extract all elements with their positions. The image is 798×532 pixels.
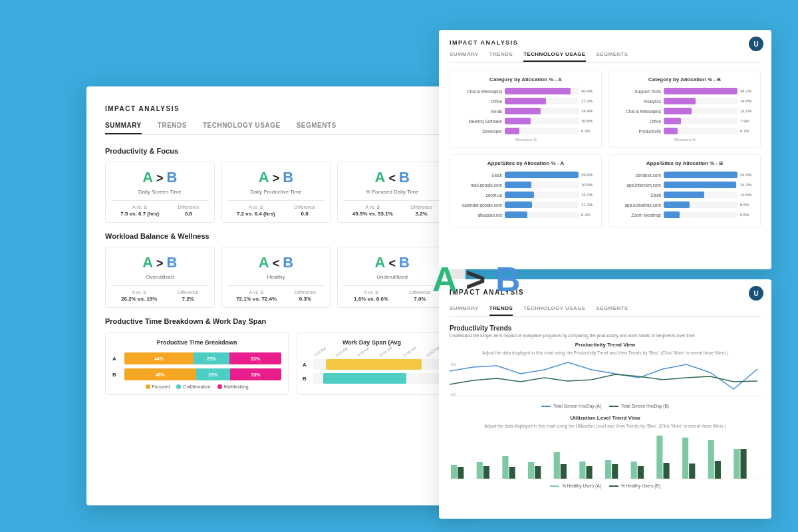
svg-rect-7 bbox=[502, 456, 508, 479]
tab-segments[interactable]: SEGMENTS bbox=[297, 122, 336, 134]
bar-label-a: A bbox=[112, 356, 120, 362]
bar-segments-b: 46% 22% 33% bbox=[124, 368, 281, 380]
bar-seg-b-collab: 22% bbox=[196, 368, 230, 380]
metric-card-screen-time: A > B Daily Screen Time A vs. B 7.5 vs. … bbox=[105, 162, 215, 223]
productive-bar-chart: Productive Time Breakdown A 44% 23% 33% … bbox=[105, 332, 289, 395]
metric-card-focused-time: A < B % Focused Daily Time A vs. B 49.9%… bbox=[337, 162, 447, 223]
bar-seg-b-multi: 33% bbox=[230, 368, 281, 380]
tech-panel-title: IMPACT ANALYSIS bbox=[450, 39, 761, 46]
overlay-b-letter: B bbox=[495, 260, 521, 299]
tech-tab-segments[interactable]: SEGMENTS bbox=[597, 51, 628, 62]
productivity-trend-section: Productivity Trend View Adjust the data … bbox=[450, 342, 761, 408]
productivity-trend-svg: 9.8 5.6 bbox=[450, 359, 761, 399]
legend-focused: Focused bbox=[146, 384, 170, 389]
tech-tab-technology[interactable]: TECHNOLOGY USAGE bbox=[523, 51, 585, 62]
util-legend-text-a: % Healthy Users (A) bbox=[562, 483, 601, 488]
metric-stats-healthy: A vs. B 72.1% vs. 72.4% Difference 0.3% bbox=[227, 285, 325, 302]
section-productive-breakdown-title: Productive Time Breakdown & Work Day Spa… bbox=[105, 317, 447, 325]
svg-rect-5 bbox=[477, 462, 483, 479]
svg-text:9.8: 9.8 bbox=[451, 362, 456, 366]
comparison-underutilized: A < B bbox=[343, 254, 441, 271]
trends-tabs: SUMMARY TRENDS TECHNOLOGY USAGE SEGMENTS bbox=[450, 305, 761, 317]
trends-user-avatar[interactable]: U bbox=[749, 286, 763, 301]
metric-label-underutilized: Underutilized bbox=[343, 274, 441, 280]
tab-summary[interactable]: SUMMARY bbox=[105, 122, 142, 134]
comparison-overutilized: A > B bbox=[111, 254, 209, 271]
workday-bar-wrap-a bbox=[313, 359, 441, 370]
bar-row-b: B 46% 22% 33% bbox=[112, 368, 281, 380]
category-chart-a: Category by Allocation % - A Chat & Mess… bbox=[450, 70, 602, 148]
metric-card-underutilized: A < B Underutilized A vs. B 1.6% vs. 8.6… bbox=[337, 247, 447, 308]
legend-text-a: Total Screen Hrs/Day (A) bbox=[553, 404, 601, 408]
trends-tab-trends[interactable]: TRENDS bbox=[489, 305, 513, 316]
trends-tab-segments[interactable]: SEGMENTS bbox=[597, 305, 628, 316]
util-legend-line-b bbox=[609, 485, 618, 487]
main-tabs: SUMMARY TRENDS TECHNOLOGY USAGE SEGMENTS bbox=[105, 122, 447, 135]
metric-card-overutilized: A > B Overutilized A vs. B 26.2% vs. 19%… bbox=[105, 247, 215, 308]
ab-compare-overlay: A > B bbox=[432, 259, 520, 299]
main-panel-title: IMPACT ANALYSIS bbox=[105, 105, 447, 112]
comparison-healthy: A < B bbox=[227, 254, 325, 271]
svg-rect-18 bbox=[638, 466, 644, 479]
svg-rect-21 bbox=[682, 438, 688, 479]
legend-line-b bbox=[609, 406, 618, 407]
tech-user-avatar[interactable]: U bbox=[749, 37, 763, 51]
bar-seg-b-focused: 46% bbox=[124, 368, 196, 380]
svg-rect-22 bbox=[689, 464, 695, 479]
svg-rect-8 bbox=[509, 467, 515, 479]
bar-seg-a-focused: 44% bbox=[124, 352, 194, 364]
tab-technology[interactable]: TECHNOLOGY USAGE bbox=[203, 122, 281, 134]
overlay-a-letter: A bbox=[432, 260, 456, 299]
workday-bar-a bbox=[326, 359, 422, 370]
trends-panel: U IMPACT ANALYSIS SUMMARY TRENDS TECHNOL… bbox=[439, 279, 771, 519]
cat-bar-office-b: Office 7.9% bbox=[614, 118, 755, 124]
metric-label-productive-time: Daily Productive Time bbox=[227, 189, 325, 195]
svg-rect-10 bbox=[535, 466, 541, 479]
svg-rect-9 bbox=[528, 462, 534, 479]
metric-stats-underutilized: A vs. B 1.6% vs. 8.6% Difference 7.0% bbox=[343, 285, 441, 302]
cat-bar-support-b: Support Tools 34.1% bbox=[614, 88, 755, 94]
legend-label-multi: Multitasking bbox=[224, 384, 249, 389]
svg-rect-4 bbox=[458, 467, 464, 479]
svg-rect-14 bbox=[587, 466, 593, 479]
tech-tabs: SUMMARY TRENDS TECHNOLOGY USAGE SEGMENTS bbox=[450, 51, 761, 63]
productive-section: Productive Time Breakdown A 44% 23% 33% … bbox=[105, 332, 447, 395]
workday-bar-wrap-b bbox=[313, 373, 441, 384]
cat-bar-email-a: Email 14.9% bbox=[456, 108, 596, 114]
workload-metrics-row: A > B Overutilized A vs. B 26.2% vs. 19%… bbox=[105, 247, 447, 308]
svg-text:5.6: 5.6 bbox=[451, 392, 456, 396]
svg-rect-19 bbox=[656, 436, 662, 479]
trends-tab-summary[interactable]: SUMMARY bbox=[450, 305, 479, 316]
metric-stats-productive-time: A vs. B 7.2 vs. 6.4 (hrs) Difference 0.8 bbox=[227, 200, 325, 217]
metric-stats-screen-time: A vs. B 7.5 vs. 6.7 (hrs) Difference 0.8 bbox=[111, 200, 209, 217]
workday-row-a: A bbox=[303, 359, 441, 370]
productivity-metrics-row: A > B Daily Screen Time A vs. B 7.5 vs. … bbox=[105, 162, 447, 223]
metric-label-healthy: Healthy bbox=[227, 274, 325, 280]
svg-rect-17 bbox=[631, 462, 637, 479]
trends-tab-technology[interactable]: TECHNOLOGY USAGE bbox=[523, 305, 585, 316]
utilization-trend-section: Utilization Level Trend View Adjust the … bbox=[450, 415, 761, 488]
tech-charts-grid: Category by Allocation % - A Chat & Mess… bbox=[450, 70, 761, 227]
metric-stats-focused-time: A vs. B 49.9% vs. 53.1% Difference 3.2% bbox=[343, 200, 441, 217]
bar-seg-a-collab: 23% bbox=[194, 352, 229, 364]
bar-row-a: A 44% 23% 33% bbox=[112, 352, 281, 364]
svg-rect-3 bbox=[451, 465, 457, 479]
tab-trends[interactable]: TRENDS bbox=[158, 122, 187, 134]
legend-multi: Multitasking bbox=[217, 384, 249, 389]
svg-rect-20 bbox=[663, 463, 669, 479]
workday-bar-b bbox=[323, 373, 406, 384]
tech-tab-trends[interactable]: TRENDS bbox=[489, 51, 513, 62]
trends-subtitle: Understand the longer-term impact of wor… bbox=[450, 333, 761, 338]
productivity-trend-sublabel: Adjust the data displayed in this chart … bbox=[450, 350, 761, 355]
metric-card-productive-time: A > B Daily Productive Time A vs. B 7.2 … bbox=[221, 162, 331, 223]
metric-label-screen-time: Daily Screen Time bbox=[111, 189, 209, 195]
category-chart-a-title: Category by Allocation % - A bbox=[456, 76, 596, 82]
metric-card-healthy: A < B Healthy A vs. B 72.1% vs. 72.4% Di… bbox=[221, 247, 331, 308]
main-panel: IMPACT ANALYSIS SUMMARY TRENDS TECHNOLOG… bbox=[86, 86, 466, 505]
bar-chart-legend: Focused Collaboration Multitasking bbox=[112, 384, 281, 389]
tech-tab-summary[interactable]: SUMMARY bbox=[450, 51, 479, 62]
bar-chart-title: Productive Time Breakdown bbox=[112, 339, 281, 346]
utilization-trend-label: Utilization Level Trend View bbox=[450, 415, 761, 421]
svg-rect-6 bbox=[483, 466, 489, 479]
svg-rect-24 bbox=[715, 461, 721, 479]
